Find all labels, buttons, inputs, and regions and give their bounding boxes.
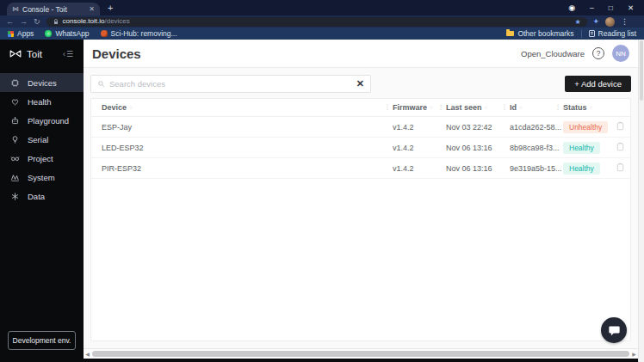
page-header: Devices Open_Cloudware ? NN [84, 40, 638, 68]
horizontal-scrollbar[interactable]: ◀ ▶ [84, 348, 638, 359]
sort-icon[interactable]: ○ [519, 105, 523, 110]
search-box[interactable]: ✕ [90, 75, 371, 93]
window-close-button[interactable]: ✕ [628, 3, 634, 12]
search-input[interactable] [109, 79, 352, 89]
folder-icon [506, 31, 514, 36]
development-env-button[interactable]: Development env. [8, 331, 76, 350]
tab-title: Console - Toit [22, 5, 85, 14]
sidebar-collapse-icon[interactable]: ‹☰ [63, 50, 74, 58]
address-bar[interactable]: console.toit.io/devices ★ [46, 17, 587, 27]
bookmark-scihub[interactable]: Sci-Hub: removing... [101, 29, 177, 38]
search-icon [97, 80, 105, 88]
table-row[interactable]: PIR-ESP32 v1.4.2 Nov 06 13:16 9e319a5b-1… [91, 158, 630, 179]
waveform-icon [10, 173, 20, 182]
sidebar-item-data[interactable]: Data [0, 187, 84, 206]
back-icon[interactable]: ← [6, 18, 14, 26]
scroll-left-icon[interactable]: ◀ [84, 351, 91, 357]
last-seen-cell: Nov 06 13:16 [446, 144, 499, 152]
device-name-cell[interactable]: ESP-Jay [91, 123, 382, 132]
window-minimize-button[interactable]: – [590, 3, 594, 12]
apps-grid-icon [8, 31, 14, 37]
chat-fab-button[interactable] [601, 317, 627, 343]
column-divider-icon[interactable]: ⋮ [382, 104, 393, 111]
copy-icon[interactable] [616, 142, 624, 151]
url-path: /devices [104, 17, 129, 25]
chat-bubble-icon [608, 325, 621, 336]
heart-icon [10, 97, 20, 107]
toit-favicon-icon: ⋈ [12, 6, 19, 13]
window-bottom-edge [84, 359, 638, 362]
sidebar-item-playground[interactable]: Playground [0, 111, 84, 130]
vertical-scrollbar[interactable] [638, 40, 644, 362]
forward-icon[interactable]: → [20, 18, 28, 26]
record-indicator-icon[interactable]: ◉ [568, 3, 575, 12]
robot-icon [10, 116, 20, 126]
org-name[interactable]: Open_Cloudware [521, 49, 585, 58]
chip-icon [10, 78, 20, 88]
sidebar-nav: Devices Health Playground [0, 73, 84, 206]
reading-list-icon [589, 30, 595, 37]
sidebar-item-devices[interactable]: Devices [0, 73, 84, 92]
reading-list-button[interactable]: Reading list [589, 29, 636, 38]
brand-name: Toit [27, 49, 42, 59]
copy-icon[interactable] [616, 163, 624, 172]
bookmark-whatsapp[interactable]: ✆ WhatsApp [45, 29, 89, 38]
horizontal-scroll-thumb[interactable] [92, 351, 629, 357]
url-host: console.toit.io [63, 17, 105, 25]
devices-table: Device○ ⋮ Firmware○ ⋮ Last seen○ ⋮ Id○ ⋮… [90, 98, 631, 341]
asterisk-icon [10, 192, 20, 201]
user-avatar[interactable]: NN [612, 45, 629, 62]
column-divider-icon[interactable]: ⋮ [499, 104, 510, 111]
sort-icon[interactable]: ○ [485, 105, 488, 110]
column-header-id[interactable]: Id○ [510, 103, 553, 112]
sidebar-item-serial[interactable]: Serial [0, 130, 84, 149]
column-divider-icon[interactable]: ⋮ [436, 104, 446, 111]
sort-icon[interactable]: ○ [129, 105, 133, 110]
device-id-cell: 9e319a5b-15... [510, 164, 553, 173]
help-button[interactable]: ? [592, 47, 604, 59]
status-badge: Healthy [563, 142, 600, 154]
window-maximize-button[interactable]: □ [609, 3, 613, 12]
other-bookmarks-button[interactable]: Other bookmarks [506, 29, 573, 38]
last-seen-cell: Nov 03 22:42 [446, 123, 499, 132]
browser-profile-avatar[interactable] [605, 17, 615, 27]
sidebar-item-health[interactable]: Health [0, 92, 84, 111]
device-id-cell: a1cda262-58... [510, 123, 553, 132]
table-row[interactable]: LED-ESP32 v1.4.2 Nov 06 13:16 8b98ca98-f… [91, 138, 630, 158]
device-name-cell[interactable]: PIR-ESP32 [91, 164, 382, 173]
scroll-right-icon[interactable]: ▶ [630, 351, 638, 357]
sort-icon[interactable]: ○ [590, 105, 593, 110]
copy-icon[interactable] [616, 121, 624, 131]
new-tab-button[interactable]: + [108, 0, 113, 15]
scihub-icon [101, 30, 108, 37]
vertical-scroll-thumb[interactable] [640, 40, 643, 101]
bookmark-star-icon[interactable]: ★ [574, 18, 580, 26]
device-name-cell[interactable]: LED-ESP32 [91, 144, 382, 152]
sidebar-item-project[interactable]: Project [0, 149, 84, 168]
status-badge: Healthy [563, 163, 600, 175]
tab-close-icon[interactable]: ✕ [89, 5, 95, 13]
browser-titlebar: ⋈ Console - Toit ✕ + ◉ – □ ✕ [0, 0, 644, 15]
brand: Toit ‹☰ [0, 40, 84, 68]
bookmarks-bar: Apps ✆ WhatsApp Sci-Hub: removing... Oth… [0, 28, 644, 40]
sidebar-item-system[interactable]: System [0, 168, 84, 187]
reload-icon[interactable]: ↻ [34, 18, 40, 26]
add-device-button[interactable]: + Add device [565, 76, 631, 92]
sort-icon[interactable]: ○ [430, 105, 433, 110]
lock-icon [53, 18, 59, 26]
browser-tab[interactable]: ⋈ Console - Toit ✕ [7, 3, 100, 15]
column-header-last-seen[interactable]: Last seen○ [446, 103, 499, 112]
last-seen-cell: Nov 06 13:16 [446, 164, 499, 173]
column-header-firmware[interactable]: Firmware○ [393, 103, 436, 112]
column-header-status[interactable]: Status○ [563, 103, 610, 112]
browser-menu-icon[interactable]: ⋮ [621, 17, 629, 26]
firmware-cell: v1.4.2 [393, 164, 436, 173]
column-divider-icon[interactable]: ⋮ [553, 104, 563, 111]
extensions-pin-icon[interactable]: ✦ [593, 17, 600, 26]
clear-search-icon[interactable]: ✕ [356, 79, 364, 89]
firmware-cell: v1.4.2 [393, 144, 436, 152]
bookmark-apps[interactable]: Apps [8, 29, 34, 38]
column-header-device[interactable]: Device○ [91, 103, 382, 112]
table-row[interactable]: ESP-Jay v1.4.2 Nov 03 22:42 a1cda262-58.… [91, 117, 630, 138]
goggles-icon [10, 154, 20, 163]
